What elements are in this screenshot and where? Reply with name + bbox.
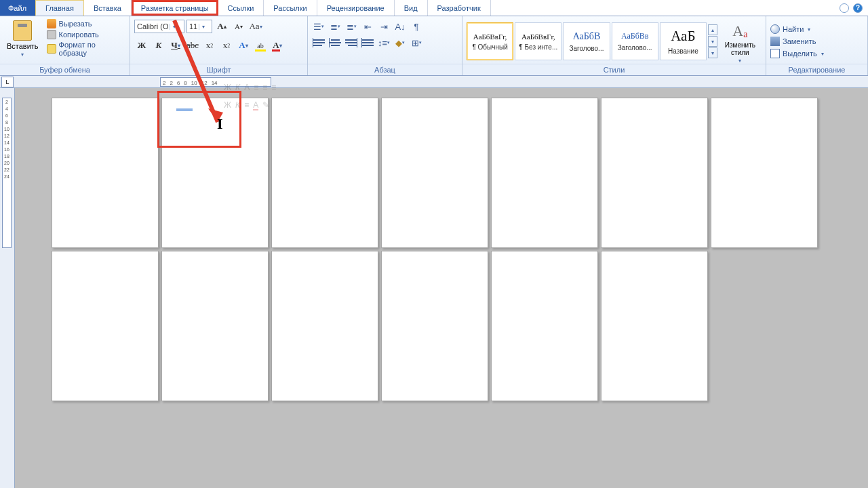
text-effects-button[interactable]: A▾ bbox=[236, 38, 251, 53]
style-heading1[interactable]: АаБбВЗаголово... bbox=[563, 22, 610, 60]
ribbon-tabs: Файл Главная Вставка Разметка страницы С… bbox=[0, 0, 868, 16]
align-left-button[interactable] bbox=[312, 37, 326, 49]
document-canvas[interactable] bbox=[15, 88, 868, 488]
chevron-down-icon[interactable]: ▾ bbox=[199, 24, 207, 30]
group-clipboard-label: Буфер обмена bbox=[0, 64, 130, 75]
numbering-button[interactable]: ≣▾ bbox=[328, 20, 342, 33]
group-paragraph-label: Абзац bbox=[308, 64, 462, 75]
decrease-indent-button[interactable]: ⇤ bbox=[361, 20, 374, 33]
tab-home[interactable]: Главная bbox=[35, 0, 84, 16]
ribbon: Вставить ▾ Вырезать Копировать Формат по… bbox=[0, 16, 868, 76]
bold-button[interactable]: Ж bbox=[134, 38, 149, 53]
highlight-button[interactable]: ab bbox=[253, 38, 268, 53]
font-family-combo[interactable]: Calibri (О▾ bbox=[134, 20, 184, 33]
subscript-button[interactable]: x2 bbox=[202, 38, 217, 53]
tab-developer[interactable]: Разработчик bbox=[428, 0, 491, 16]
find-button[interactable]: Найти▾ bbox=[770, 24, 810, 34]
cut-button[interactable]: Вырезать bbox=[47, 19, 125, 28]
group-font-label: Шрифт bbox=[130, 64, 307, 75]
page[interactable] bbox=[601, 251, 708, 401]
styles-scroll-down[interactable]: ▾ bbox=[708, 36, 717, 47]
style-no-spacing[interactable]: АаБбВвГг,¶ Без инте... bbox=[515, 22, 561, 60]
brush-icon bbox=[47, 44, 56, 54]
scissors-icon bbox=[47, 19, 56, 28]
group-styles: АаБбВвГг,¶ Обычный АаБбВвГг,¶ Без инте..… bbox=[462, 16, 766, 75]
shrink-font-button[interactable]: A▾ bbox=[231, 19, 246, 34]
copy-button[interactable]: Копировать bbox=[47, 30, 125, 39]
superscript-button[interactable]: x2 bbox=[219, 38, 234, 53]
text-selection bbox=[176, 108, 193, 111]
page[interactable] bbox=[52, 251, 159, 401]
select-button[interactable]: Выделить▾ bbox=[770, 49, 824, 58]
page[interactable] bbox=[601, 98, 708, 248]
group-editing: Найти▾ Заменить Выделить▾ Редактирование bbox=[766, 16, 868, 75]
paste-dropdown-icon[interactable]: ▾ bbox=[21, 52, 24, 58]
page[interactable] bbox=[491, 98, 598, 248]
page[interactable] bbox=[52, 98, 159, 248]
page[interactable] bbox=[271, 98, 378, 248]
increase-indent-button[interactable]: ⇥ bbox=[377, 20, 391, 33]
floating-mini-toolbar-ghost: ЖК≡A✎ bbox=[224, 100, 269, 110]
styles-gallery-expand[interactable]: ▾ bbox=[708, 47, 717, 58]
tab-view[interactable]: Вид bbox=[395, 0, 428, 16]
align-center-button[interactable] bbox=[328, 37, 342, 49]
multilevel-button[interactable]: ≣▾ bbox=[344, 20, 358, 33]
tab-insert[interactable]: Вставка bbox=[84, 0, 132, 16]
group-paragraph: ☰▾ ≣▾ ≣▾ ⇤ ⇥ A↓ ¶ ↕≡▾ ◆▾ ⊞▾ Абзац bbox=[308, 16, 462, 75]
font-color-button[interactable]: A▾ bbox=[270, 38, 285, 53]
change-styles-icon: Aa bbox=[728, 20, 751, 40]
tab-mailings[interactable]: Рассылки bbox=[264, 0, 317, 16]
justify-button[interactable] bbox=[361, 37, 374, 49]
vertical-ruler[interactable]: 24681012141618202224 bbox=[2, 98, 12, 248]
floating-mini-toolbar-ghost: ЖКA≡≡≡ bbox=[224, 83, 276, 92]
group-editing-label: Редактирование bbox=[766, 64, 867, 75]
tab-review[interactable]: Рецензирование bbox=[317, 0, 395, 16]
minimize-ribbon-icon[interactable] bbox=[840, 3, 849, 13]
page[interactable] bbox=[491, 251, 598, 401]
page[interactable] bbox=[161, 251, 269, 401]
underline-button[interactable]: Ч▾ bbox=[168, 38, 183, 53]
bullets-button[interactable]: ☰▾ bbox=[312, 20, 326, 33]
tab-page-layout[interactable]: Разметка страницы bbox=[132, 0, 218, 16]
text-caret-icon: I bbox=[217, 115, 223, 133]
font-size-combo[interactable]: 11▾ bbox=[186, 20, 212, 33]
page[interactable] bbox=[381, 251, 488, 401]
horizontal-ruler-row: L 2268101214 bbox=[0, 76, 868, 88]
group-font: Calibri (О▾ 11▾ A▴ A▾ Aa▾ Ж К Ч▾ abc x2 … bbox=[130, 16, 308, 75]
tab-references[interactable]: Ссылки bbox=[218, 0, 264, 16]
page[interactable] bbox=[271, 251, 378, 401]
vertical-ruler-gutter: 24681012141618202224 bbox=[0, 88, 15, 488]
borders-button[interactable]: ⊞▾ bbox=[410, 37, 423, 49]
align-right-button[interactable] bbox=[344, 37, 358, 49]
page[interactable] bbox=[381, 98, 488, 248]
strikethrough-button[interactable]: abc bbox=[185, 38, 200, 53]
change-case-button[interactable]: Aa▾ bbox=[248, 19, 263, 34]
page[interactable] bbox=[711, 98, 818, 248]
italic-button[interactable]: К bbox=[151, 38, 166, 53]
pointer-icon bbox=[770, 49, 780, 58]
replace-button[interactable]: Заменить bbox=[770, 37, 816, 46]
tab-file[interactable]: Файл bbox=[0, 0, 35, 16]
grow-font-button[interactable]: A▴ bbox=[214, 19, 229, 34]
sort-button[interactable]: A↓ bbox=[393, 20, 407, 33]
paste-button[interactable]: Вставить ▾ bbox=[4, 19, 41, 59]
shading-button[interactable]: ◆▾ bbox=[393, 37, 407, 49]
line-spacing-button[interactable]: ↕≡▾ bbox=[377, 37, 391, 49]
titlebar-controls: ? bbox=[840, 0, 868, 16]
chevron-down-icon[interactable]: ▾ bbox=[170, 24, 178, 30]
styles-scroll-up[interactable]: ▴ bbox=[708, 24, 717, 35]
style-title[interactable]: АаБНазвание bbox=[660, 22, 707, 60]
format-painter-button[interactable]: Формат по образцу bbox=[47, 41, 125, 57]
chevron-down-icon: ▾ bbox=[738, 58, 741, 64]
clipboard-icon bbox=[13, 20, 32, 41]
change-styles-button[interactable]: Aa Изменить стили ▾ bbox=[719, 20, 762, 64]
style-normal[interactable]: АаБбВвГг,¶ Обычный bbox=[467, 22, 513, 60]
page-thumbnails bbox=[52, 98, 818, 401]
style-heading2[interactable]: АаБбВвЗаголово... bbox=[612, 22, 658, 60]
help-icon[interactable]: ? bbox=[853, 3, 863, 13]
group-clipboard: Вставить ▾ Вырезать Копировать Формат по… bbox=[0, 16, 130, 75]
tab-stop-indicator[interactable]: L bbox=[1, 77, 14, 87]
page[interactable] bbox=[161, 98, 269, 248]
show-marks-button[interactable]: ¶ bbox=[410, 20, 423, 33]
magnifier-icon bbox=[770, 24, 780, 34]
